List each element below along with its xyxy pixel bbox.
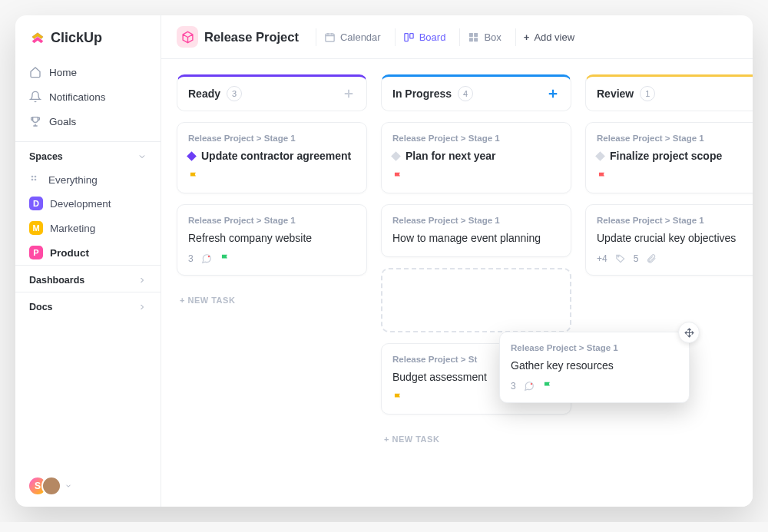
tab-label: Calendar	[340, 31, 381, 43]
task-title: Update contractor agreement	[201, 149, 351, 164]
nav-notifications[interactable]: Notifications	[15, 84, 161, 109]
chevron-right-icon	[137, 276, 147, 285]
column-in-progress: In Progress 4 Release Project > Stage 1 …	[381, 74, 571, 491]
trophy-icon	[29, 115, 41, 127]
card-list: Release Project > Stage 1 Plan for next …	[381, 122, 571, 453]
calendar-icon	[324, 31, 336, 43]
dragging-task-card[interactable]: Release Project > Stage 1 Gather key res…	[499, 332, 690, 403]
task-card[interactable]: Release Project > Stage 1 Update contrac…	[177, 122, 367, 193]
column-review: Review 1 Release Project > Stage 1 Final…	[585, 74, 753, 491]
nav-goals[interactable]: Goals	[15, 109, 161, 134]
flag-icon	[220, 253, 230, 264]
paperclip-icon	[646, 253, 657, 264]
nav-home[interactable]: Home	[15, 60, 161, 84]
task-title: How to manage event planning	[392, 231, 560, 246]
breadcrumb: Release Project > Stage 1	[597, 216, 753, 225]
svg-rect-6	[409, 33, 412, 38]
svg-rect-8	[475, 32, 478, 36]
space-marketing[interactable]: M Marketing	[15, 216, 161, 240]
task-card[interactable]: Release Project > Stage 1 Update crucial…	[585, 204, 753, 276]
add-view-label: Add view	[534, 31, 574, 43]
bell-icon	[29, 91, 41, 103]
column-count: 1	[640, 86, 655, 101]
add-view-button[interactable]: + Add view	[515, 28, 582, 46]
app-window: ClickUp Home Notifications Goals Spaces …	[15, 15, 753, 507]
dashboards-header[interactable]: Dashboards	[15, 265, 161, 292]
column-title: Ready	[188, 88, 220, 100]
space-label: Marketing	[50, 223, 95, 234]
flag-icon	[392, 171, 403, 182]
column-count: 4	[458, 86, 473, 101]
sidebar: ClickUp Home Notifications Goals Spaces …	[15, 15, 161, 507]
project-icon	[177, 26, 198, 48]
comment-count: 3	[511, 381, 516, 392]
column-header[interactable]: In Progress 4	[381, 74, 571, 111]
column-title: Review	[597, 88, 634, 100]
grid-icon	[29, 173, 41, 186]
task-card[interactable]: Release Project > Stage 1 How to manage …	[381, 204, 571, 257]
task-card[interactable]: Release Project > Stage 1 Refresh compan…	[177, 204, 367, 276]
sidebar-footer[interactable]: S	[15, 465, 161, 507]
tab-board[interactable]: Board	[395, 28, 454, 46]
nav-notifications-label: Notifications	[49, 91, 106, 103]
comment-count: 3	[188, 253, 194, 264]
main-area: Release Project Calendar Board Box + Add…	[161, 15, 753, 507]
task-title: Plan for next year	[406, 149, 496, 164]
task-title: Update crucial key objectives	[597, 231, 753, 246]
avatar[interactable]	[41, 476, 61, 496]
priority-diamond-icon	[595, 151, 605, 161]
svg-point-11	[207, 256, 209, 257]
column-header[interactable]: Ready 3	[177, 74, 367, 111]
new-task-button[interactable]: + NEW TASK	[177, 286, 367, 314]
svg-point-0	[31, 176, 34, 178]
board-view: Ready 3 Release Project > Stage 1 Update…	[161, 59, 753, 507]
column-count: 3	[227, 86, 242, 101]
svg-rect-10	[475, 38, 478, 41]
space-everything[interactable]: Everything	[15, 168, 161, 191]
space-development[interactable]: D Development	[15, 191, 161, 216]
svg-rect-4	[326, 34, 334, 41]
column-header[interactable]: Review 1	[585, 74, 753, 111]
space-product[interactable]: P Product	[15, 240, 161, 265]
nav-home-label: Home	[49, 67, 77, 78]
breadcrumb: Release Project > Stage 1	[392, 216, 560, 225]
docs-label: Docs	[29, 302, 53, 312]
task-card[interactable]: Release Project > Stage 1 Finalize proje…	[585, 122, 753, 193]
new-task-button[interactable]: + NEW TASK	[381, 425, 571, 453]
tag-icon	[615, 253, 626, 264]
comment-icon	[524, 381, 535, 392]
topbar: Release Project Calendar Board Box + Add…	[161, 15, 753, 59]
column-ready: Ready 3 Release Project > Stage 1 Update…	[177, 74, 367, 491]
breadcrumb: Release Project > Stage 1	[188, 216, 356, 225]
svg-rect-7	[469, 32, 473, 36]
task-title: Refresh company website	[188, 231, 356, 246]
spaces-header-label: Spaces	[29, 151, 63, 162]
flag-icon	[392, 392, 403, 403]
svg-point-13	[530, 383, 531, 385]
task-card[interactable]: Release Project > Stage 1 Plan for next …	[381, 122, 571, 193]
logo[interactable]: ClickUp	[15, 15, 161, 57]
column-title: In Progress	[392, 88, 452, 100]
docs-header[interactable]: Docs	[15, 292, 161, 319]
breadcrumb: Release Project > Stage 1	[188, 134, 356, 143]
move-icon[interactable]	[678, 322, 700, 343]
spaces-header[interactable]: Spaces	[15, 141, 161, 168]
drop-placeholder	[381, 268, 571, 332]
tab-label: Box	[484, 31, 501, 43]
chevron-right-icon	[137, 302, 147, 312]
space-badge: M	[29, 221, 43, 235]
nav-goals-label: Goals	[49, 116, 76, 127]
plus-icon[interactable]	[342, 87, 356, 101]
breadcrumb: Release Project > Stage 1	[511, 343, 678, 352]
plus-icon: +	[524, 31, 530, 43]
space-label: Development	[50, 198, 111, 210]
task-title: Gather key resources	[511, 359, 678, 373]
tab-calendar[interactable]: Calendar	[316, 28, 389, 46]
svg-rect-9	[469, 38, 473, 41]
svg-point-12	[617, 256, 619, 257]
project-title: Release Project	[204, 30, 299, 45]
tab-box[interactable]: Box	[459, 28, 508, 46]
chevron-down-icon	[137, 152, 147, 161]
plus-icon[interactable]	[546, 87, 560, 101]
attachment-count: 5	[634, 253, 639, 264]
